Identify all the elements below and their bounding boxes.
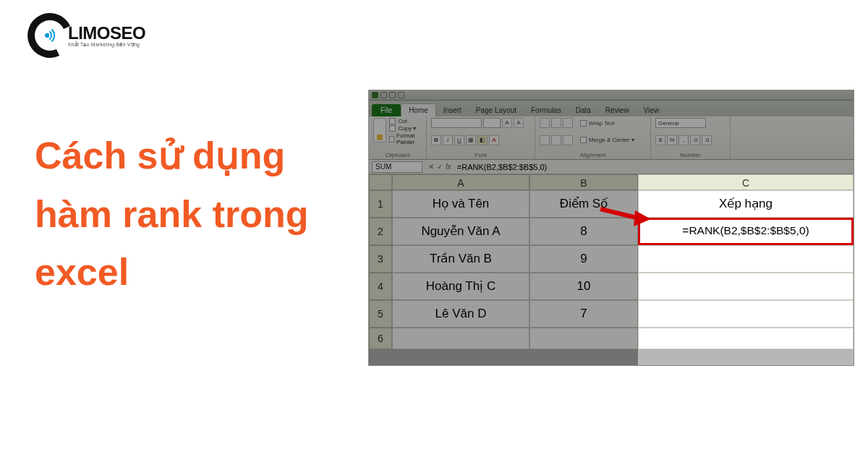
group-alignment: Wrap Text Merge & Center ▾ Alignment xyxy=(535,116,651,159)
row-header-4[interactable]: 4 xyxy=(369,273,392,300)
logo-brand: LIMOSEO xyxy=(68,25,145,42)
tab-review[interactable]: Review xyxy=(598,104,637,116)
row-header-6[interactable]: 6 xyxy=(369,328,392,349)
tab-formulas[interactable]: Formulas xyxy=(524,104,569,116)
cell-c6[interactable] xyxy=(638,328,854,349)
formula-input[interactable]: =RANK(B2,$B$2:$B$5,0) xyxy=(454,163,547,171)
name-box[interactable]: SUM xyxy=(372,161,422,173)
excel-screenshot: File Home Insert Page Layout Formulas Da… xyxy=(369,90,854,365)
copy-icon xyxy=(389,125,396,132)
font-color-button[interactable]: A xyxy=(489,135,499,145)
qat-undo-icon[interactable] xyxy=(389,92,396,98)
formula-bar: SUM ✕ ✓ fx =RANK(B2,$B$2:$B$5,0) xyxy=(369,160,854,174)
group-number: General $%,.0.0 Number xyxy=(651,116,731,159)
currency-button[interactable]: $ xyxy=(655,135,665,145)
align-middle-button[interactable] xyxy=(551,118,561,128)
align-right-button[interactable] xyxy=(563,135,573,145)
cell-b6[interactable] xyxy=(529,328,638,349)
enter-formula-icon[interactable]: ✓ xyxy=(437,163,443,171)
fx-icon[interactable]: fx xyxy=(446,163,451,171)
bold-button[interactable]: B xyxy=(431,135,441,145)
qat-redo-icon[interactable] xyxy=(398,92,404,98)
cell-c3[interactable] xyxy=(638,245,854,273)
group-label-alignment: Alignment xyxy=(540,152,646,158)
merge-center-button[interactable]: Merge & Center ▾ xyxy=(580,137,634,143)
font-size-select[interactable] xyxy=(483,118,501,128)
row-header-1[interactable]: 1 xyxy=(369,190,392,218)
paste-button[interactable] xyxy=(373,118,386,142)
cell-a4[interactable]: Hoàng Thị C xyxy=(392,273,529,300)
col-header-b[interactable]: B xyxy=(529,174,638,190)
select-all-corner[interactable] xyxy=(369,174,392,190)
cell-c2[interactable]: =RANK(B2,$B$2:$B$5,0) xyxy=(638,218,854,245)
cell-b1[interactable]: Điểm Số xyxy=(529,190,638,218)
comma-button[interactable]: , xyxy=(678,135,689,145)
group-label-font: Font xyxy=(431,152,530,158)
tab-insert[interactable]: Insert xyxy=(436,104,469,116)
grow-font-button[interactable]: A xyxy=(502,118,512,128)
align-bottom-button[interactable] xyxy=(563,118,573,128)
cell-c4[interactable] xyxy=(638,273,854,300)
cell-b4[interactable]: 10 xyxy=(529,273,638,300)
tab-file[interactable]: File xyxy=(372,104,401,116)
percent-button[interactable]: % xyxy=(667,135,677,145)
excel-app-icon xyxy=(372,92,378,98)
font-select[interactable] xyxy=(431,118,482,128)
cell-c2-value: =RANK(B2,$B$2:$B$5,0) xyxy=(640,220,851,243)
cell-a1[interactable]: Họ và Tên xyxy=(392,190,529,218)
cell-a2[interactable]: Nguyễn Văn A xyxy=(392,218,529,245)
cell-a5[interactable]: Lê Văn D xyxy=(392,300,529,328)
group-clipboard: Cut Copy ▾ Format Painter Clipboard xyxy=(369,116,427,159)
fill-color-button[interactable]: ◧ xyxy=(477,135,488,145)
tab-page-layout[interactable]: Page Layout xyxy=(469,104,524,116)
cancel-formula-icon[interactable]: ✕ xyxy=(428,163,434,171)
row-header-2[interactable]: 2 xyxy=(369,218,392,245)
tab-view[interactable]: View xyxy=(637,104,667,116)
group-font: AA BIU▦◧A Font xyxy=(427,116,535,159)
excel-titlebar xyxy=(369,90,854,101)
logo-mark-icon xyxy=(27,13,72,58)
tab-data[interactable]: Data xyxy=(569,104,598,116)
qat-save-icon[interactable] xyxy=(380,92,387,98)
number-format-select[interactable]: General xyxy=(655,118,706,128)
worksheet[interactable]: A B C 1 Họ và Tên Điểm Số Xếp hạng 2 Ngu… xyxy=(369,174,854,349)
cell-b2[interactable]: 8 xyxy=(529,218,638,245)
align-center-button[interactable] xyxy=(551,135,561,145)
cell-b3[interactable]: 9 xyxy=(529,245,638,273)
copy-button[interactable]: Copy ▾ xyxy=(389,125,422,132)
format-painter-button[interactable]: Format Painter xyxy=(389,132,422,145)
cut-button[interactable]: Cut xyxy=(389,118,422,124)
group-label-number: Number xyxy=(655,152,726,158)
logo: LIMOSEO Khởi Tạo Marketing Bền Vững xyxy=(27,13,145,58)
cell-b5[interactable]: 7 xyxy=(529,300,638,328)
shrink-font-button[interactable]: A xyxy=(514,118,524,128)
cell-a6[interactable] xyxy=(392,328,529,349)
scissors-icon xyxy=(389,118,396,124)
row-header-5[interactable]: 5 xyxy=(369,300,392,328)
increase-decimal-button[interactable]: .0 xyxy=(690,135,700,145)
underline-button[interactable]: U xyxy=(454,135,464,145)
cell-c1[interactable]: Xếp hạng xyxy=(638,190,854,218)
tab-home[interactable]: Home xyxy=(401,103,436,116)
wrap-text-button[interactable]: Wrap Text xyxy=(580,120,615,127)
cell-a3[interactable]: Trần Văn B xyxy=(392,245,529,273)
col-header-c[interactable]: C xyxy=(638,174,854,190)
headline: Cách sử dụng hàm rank trong excel xyxy=(35,127,346,302)
col-header-a[interactable]: A xyxy=(392,174,529,190)
group-label-clipboard: Clipboard xyxy=(373,152,422,158)
row-header-3[interactable]: 3 xyxy=(369,245,392,273)
decrease-decimal-button[interactable]: .0 xyxy=(702,135,712,145)
brush-icon xyxy=(389,136,394,142)
wrap-icon xyxy=(580,120,587,127)
merge-icon xyxy=(580,137,587,143)
logo-tagline: Khởi Tạo Marketing Bền Vững xyxy=(68,42,145,47)
italic-button[interactable]: I xyxy=(443,135,453,145)
align-left-button[interactable] xyxy=(540,135,550,145)
ribbon-body: Cut Copy ▾ Format Painter Clipboard AA B… xyxy=(369,116,854,160)
ribbon-tabs: File Home Insert Page Layout Formulas Da… xyxy=(369,101,854,116)
cell-c5[interactable] xyxy=(638,300,854,328)
border-button[interactable]: ▦ xyxy=(466,135,476,145)
align-top-button[interactable] xyxy=(540,118,550,128)
